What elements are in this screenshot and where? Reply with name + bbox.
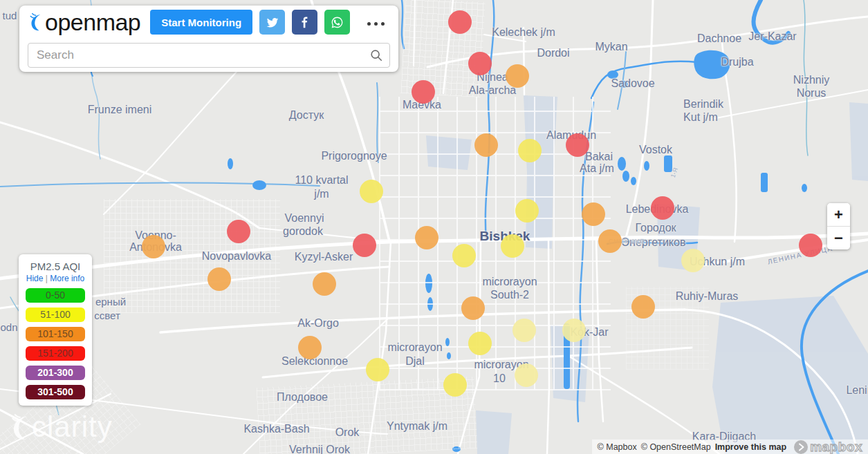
aqi-marker-101-150[interactable] [631, 295, 655, 319]
aqi-marker-151-200[interactable] [799, 234, 822, 257]
map-label: Norus [797, 87, 827, 100]
map-label: Kut j/m [683, 111, 718, 124]
osm-attribution-link[interactable]: © OpenStreetMap [641, 442, 711, 452]
twitter-share-button[interactable] [259, 10, 285, 35]
whatsapp-icon [329, 15, 345, 30]
more-dot [381, 22, 385, 26]
improve-map-link[interactable]: Improve this map [715, 442, 787, 452]
map-label: ерный [95, 296, 126, 308]
aqi-marker-151-200[interactable] [353, 234, 376, 257]
map-label: Orok [335, 426, 360, 439]
aqi-marker-101-150[interactable] [474, 133, 498, 157]
aqi-marker-101-150[interactable] [461, 296, 485, 320]
map-label: Dachnoe [697, 32, 741, 45]
more-options-button[interactable] [361, 15, 390, 30]
search-input[interactable] [28, 43, 390, 68]
map-label: Novopavlovka [202, 250, 272, 263]
aqi-marker-151-200[interactable] [651, 196, 674, 220]
legend-link-separator: | [46, 274, 48, 283]
map-label: Verhnij Orok [289, 444, 350, 454]
aqi-marker-151-200[interactable] [412, 80, 435, 104]
aqi-marker-51-100[interactable] [443, 373, 467, 397]
aqi-marker-51-100[interactable] [452, 244, 476, 267]
map-label: microrayon [482, 276, 537, 288]
facebook-icon [297, 15, 313, 30]
map-label: tud [3, 10, 17, 21]
openmap-app: tudKelechek j/mDordoiMykanDachnoeJer-Kaz… [0, 0, 868, 454]
map-label: gorodok [283, 225, 323, 238]
map-label: Voennyi [285, 212, 324, 225]
aqi-marker-151-200[interactable] [468, 52, 492, 75]
map-label: Djal [405, 355, 425, 368]
facebook-share-button[interactable] [292, 10, 317, 35]
aqi-marker-51-100[interactable] [366, 358, 389, 381]
map-label: Lenin [846, 384, 868, 397]
map-label: Sadovoe [611, 77, 654, 90]
header-card: openmap Start Monitoring [19, 6, 398, 72]
mapbox-logo-icon [793, 439, 809, 454]
map-label: Vostok [639, 144, 672, 156]
start-monitoring-button[interactable]: Start Monitoring [150, 10, 252, 35]
aqi-marker-51-100-light[interactable] [681, 249, 705, 272]
aqi-marker-51-100[interactable] [518, 139, 542, 162]
aqi-marker-101-150[interactable] [142, 235, 165, 258]
legend-scale: 0-5051-100101-150151-200201-300301-500 [19, 288, 92, 399]
map-label: Nizhniy [793, 74, 829, 86]
aqi-marker-51-100[interactable] [515, 199, 539, 223]
whatsapp-share-button[interactable] [324, 10, 350, 35]
aqi-marker-51-100[interactable] [468, 332, 492, 355]
openmap-logo[interactable]: openmap [28, 9, 140, 36]
zoom-control: + − [827, 203, 850, 249]
map-label: Prigorognoye [321, 150, 387, 162]
map-label: ссвет [94, 310, 120, 321]
aqi-marker-101-150[interactable] [298, 336, 322, 359]
logo-wordmark: openmap [45, 9, 140, 36]
search-icon[interactable] [369, 48, 383, 62]
map-label: Ala-archa [469, 84, 516, 97]
aqi-marker-51-100-light[interactable] [562, 319, 586, 342]
aqi-marker-101-150[interactable] [207, 267, 231, 291]
mapbox-logo[interactable]: mapbox [793, 439, 862, 454]
more-dot [374, 22, 378, 26]
legend-range-51-100: 51-100 [26, 308, 85, 322]
legend-range-101-150: 101-150 [26, 327, 85, 341]
map-label: Плодовое [277, 391, 328, 404]
zoom-out-button[interactable]: − [827, 227, 850, 249]
map-label: Kashka-Bash [243, 423, 309, 435]
map-label: 10 [493, 372, 506, 385]
map-label: Достук [289, 109, 324, 122]
aqi-marker-151-200[interactable] [227, 220, 250, 243]
map-label: Berindik [683, 98, 723, 111]
mapbox-wordmark: mapbox [810, 439, 862, 454]
legend-hide-link[interactable]: Hide [26, 274, 44, 283]
map-label: microrayon [387, 341, 442, 354]
zoom-in-button[interactable]: + [827, 203, 850, 226]
map-label: Bakai [585, 151, 613, 163]
legend-more-info-link[interactable]: More info [50, 274, 84, 283]
map-attribution: © Mapbox © OpenStreetMap Improve this ma… [592, 439, 868, 454]
legend-range-301-500: 301-500 [26, 385, 85, 399]
aqi-marker-151-200[interactable] [448, 10, 472, 34]
aqi-marker-101-150[interactable] [506, 64, 529, 88]
aqi-marker-51-100-light[interactable] [513, 319, 536, 342]
clarity-wordmark: clarity [32, 410, 113, 444]
map-label: Drujba [721, 56, 753, 68]
aqi-marker-51-100[interactable] [501, 234, 524, 258]
map-label: South-2 [490, 289, 529, 301]
map-label: Kyzyl-Asker [295, 251, 353, 263]
clarity-watermark: clarity [8, 410, 113, 444]
aqi-marker-101-150[interactable] [582, 202, 605, 226]
aqi-marker-151-200[interactable] [566, 133, 589, 157]
aqi-marker-51-100[interactable] [360, 180, 383, 203]
mapbox-attribution-link[interactable]: © Mapbox [598, 442, 637, 452]
map-label: Kelechek j/m [492, 26, 555, 39]
aqi-marker-101-150[interactable] [598, 229, 622, 253]
aqi-marker-101-150[interactable] [313, 272, 336, 296]
map-label: Jer-Kazar [748, 30, 796, 43]
map-label: Frunze imeni [88, 104, 151, 116]
legend-title: PM2.5 AQI [19, 261, 92, 272]
aqi-marker-51-100-light[interactable] [515, 363, 538, 387]
map-label: Ruhiy-Muras [676, 290, 739, 303]
map-label: odn [0, 321, 17, 333]
aqi-marker-101-150[interactable] [415, 226, 438, 249]
